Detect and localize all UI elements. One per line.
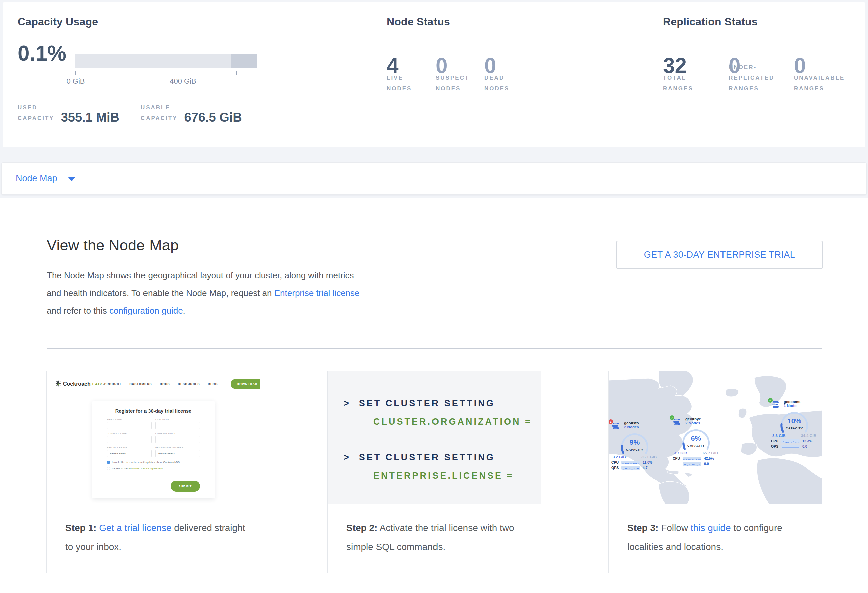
qps-sparkline: [683, 462, 701, 466]
software-license-agreement-link[interactable]: Software License Agreement.: [128, 467, 164, 470]
step1-caption: Step 1: Get a trial license delivered st…: [47, 504, 260, 572]
cluster-summary-panel: Capacity Usage 0.1% 0 GiB 400 GiB USED C…: [3, 2, 865, 147]
email-updates-checkbox[interactable]: ✓: [107, 461, 110, 464]
nav-resources[interactable]: RESOURCES: [178, 382, 200, 386]
capacity-gauge: 10% CAPACITY: [778, 412, 810, 433]
usable-capacity-label: USABLE CAPACITY: [141, 102, 177, 124]
healthy-badge: ✓: [670, 415, 675, 420]
capacity-values-row: USED CAPACITY 355.1 MiB USABLE CAPACITY …: [18, 102, 263, 124]
step1-card: Cockroach LABS PRODUCT CUSTOMERS DOCS RE…: [46, 371, 260, 573]
qps-metric: QPS 0.0: [771, 444, 818, 448]
section-divider: [47, 348, 822, 349]
step1-card-image: Cockroach LABS PRODUCT CUSTOMERS DOCS RE…: [47, 371, 260, 504]
email-updates-label: I would like to receive email updates ab…: [112, 461, 180, 464]
dead-nodes-label: DEADNODES: [484, 73, 533, 94]
license-agreement-checkbox[interactable]: [107, 467, 110, 470]
geo-label: geo=sfo: [624, 421, 639, 425]
capacity-usage-section: Capacity Usage: [18, 16, 285, 28]
company-email-label: COMPANY EMAIL: [155, 432, 200, 434]
first-name-field[interactable]: [107, 422, 152, 429]
healthy-badge: ✓: [768, 398, 772, 403]
suspect-nodes-label: SUSPECTNODES: [435, 73, 484, 94]
used-capacity-label: USED CAPACITY: [18, 102, 55, 124]
reason-for-interest-label: REASON FOR INTEREST: [155, 446, 200, 449]
capacity-bar-nonusable-segment: [230, 54, 257, 68]
nav-product[interactable]: PRODUCT: [105, 382, 122, 386]
capacity-total: 34.4 GiB: [801, 434, 816, 438]
cockroach-labs-logo: Cockroach LABS: [55, 380, 105, 387]
total-ranges-label: TOTALRANGES: [663, 73, 729, 94]
capacity-usage-title: Capacity Usage: [18, 16, 285, 28]
capacity-used: 3.2 GiB: [613, 455, 626, 459]
last-name-field[interactable]: [155, 422, 200, 429]
get-trial-license-link[interactable]: Get a trial license: [99, 522, 171, 533]
sql-line-2: > SET CLUSTER SETTING: [344, 452, 495, 463]
replication-status-title: Replication Status: [663, 16, 859, 28]
step2-card-image: > SET CLUSTER SETTING CLUSTER.ORGANIZATI…: [328, 371, 541, 504]
nav-blog[interactable]: BLOG: [208, 382, 218, 386]
capacity-used: 3.7 GiB: [674, 451, 688, 455]
mini-site-nav: PRODUCT CUSTOMERS DOCS RESOURCES BLOG DO…: [105, 379, 260, 389]
view-selector-bar[interactable]: Node Map: [1, 162, 867, 195]
replication-status-section: Replication Status 32 0 0 TOTALRANGES UN…: [663, 16, 859, 94]
sql-line-2-arg: ENTERPRISE.LICENSE =: [373, 471, 514, 481]
configuration-guide-link[interactable]: configuration guide: [109, 306, 183, 315]
geo-node-ams: ✓ geo=ams 1 Node: [771, 400, 818, 448]
mini-site-header: Cockroach LABS PRODUCT CUSTOMERS DOCS RE…: [55, 376, 253, 391]
unavailable-ranges-label: UNAVAILABLERANGES: [794, 73, 859, 94]
this-guide-link[interactable]: this guide: [691, 522, 731, 533]
reason-for-interest-select[interactable]: Please Select: [155, 450, 200, 457]
project-phase-select[interactable]: Please Select: [107, 450, 152, 457]
live-nodes-label: LIVENODES: [387, 73, 435, 94]
trial-steps-cards: Cockroach LABS PRODUCT CUSTOMERS DOCS RE…: [46, 371, 822, 573]
under-replicated-ranges-label: UNDER-REPLICATEDRANGES: [729, 62, 794, 94]
company-name-field[interactable]: [107, 436, 152, 443]
capacity-gauge: 9% CAPACITY: [619, 433, 651, 454]
capacity-total: 35.1 GiB: [641, 455, 657, 459]
cpu-metric: CPU 11.0%: [611, 460, 658, 464]
geo-label: geo=ams: [784, 400, 800, 403]
cockroach-bug-icon: [55, 380, 61, 387]
license-agreement-label: I agree to the Software License Agreemen…: [112, 467, 164, 470]
cpu-metric: CPU 12.3%: [771, 439, 818, 443]
submit-button[interactable]: SUBMIT: [171, 481, 200, 491]
nav-docs[interactable]: DOCS: [160, 382, 170, 386]
form-title: Register for a 30-day trial license: [107, 408, 200, 413]
enterprise-trial-license-link[interactable]: Enterprise trial license: [274, 288, 360, 298]
step3-caption: Step 3: Follow this guide to configure l…: [609, 504, 822, 572]
capacity-axis-label-0: 0 GiB: [66, 77, 85, 86]
sql-line-1-arg: CLUSTER.ORGANIZATION =: [373, 416, 532, 427]
company-name-label: COMPANY NAME: [107, 432, 152, 434]
node-stack-icon: [673, 418, 682, 426]
qps-sparkline: [781, 444, 800, 448]
capacity-percent: 0.1%: [18, 41, 66, 66]
last-name-label: LAST NAME: [155, 418, 200, 421]
step2-caption: Step 2: Activate the trial license with …: [328, 504, 541, 572]
node-stack-icon: [771, 401, 779, 409]
node-count: 2 Nodes: [624, 425, 639, 429]
download-button[interactable]: DOWNLOAD: [230, 379, 260, 389]
page-title: View the Node Map: [47, 237, 179, 254]
qps-metric: 0.0: [673, 462, 719, 466]
qps-metric: QPS 4.7: [611, 466, 658, 469]
node-status-section: Node Status 4 0 0 LIVENODES SUSPECTNODES…: [387, 16, 533, 94]
step2-card: > SET CLUSTER SETTING CLUSTER.ORGANIZATI…: [328, 371, 541, 573]
nav-customers[interactable]: CUSTOMERS: [130, 382, 152, 386]
used-capacity-value: 355.1 MiB: [61, 110, 120, 125]
chevron-down-icon: [68, 177, 75, 181]
company-email-field[interactable]: [155, 436, 200, 443]
node-count: 1 Node: [784, 403, 800, 408]
capacity-axis-label-400: 400 GiB: [170, 77, 196, 86]
step3-card: 1 geo=sfo 2 Nodes: [608, 371, 822, 573]
capacity-bar-track: [75, 54, 257, 68]
geo-node-sfo: 1 geo=sfo 2 Nodes: [611, 421, 658, 469]
node-count: 2 Nodes: [685, 421, 701, 425]
node-status-title: Node Status: [387, 16, 533, 28]
capacity-axis-ticks: [75, 71, 257, 77]
capacity-used: 3.6 GiB: [772, 434, 785, 438]
get-enterprise-trial-button[interactable]: GET A 30-DAY ENTERPRISE TRIAL: [616, 241, 823, 269]
intro-paragraph: The Node Map shows the geographical layo…: [47, 267, 364, 319]
view-selector-label[interactable]: Node Map: [16, 174, 58, 184]
project-phase-label: PROJECT PHASE: [107, 446, 152, 449]
geo-label: geo=nyc: [685, 417, 701, 421]
